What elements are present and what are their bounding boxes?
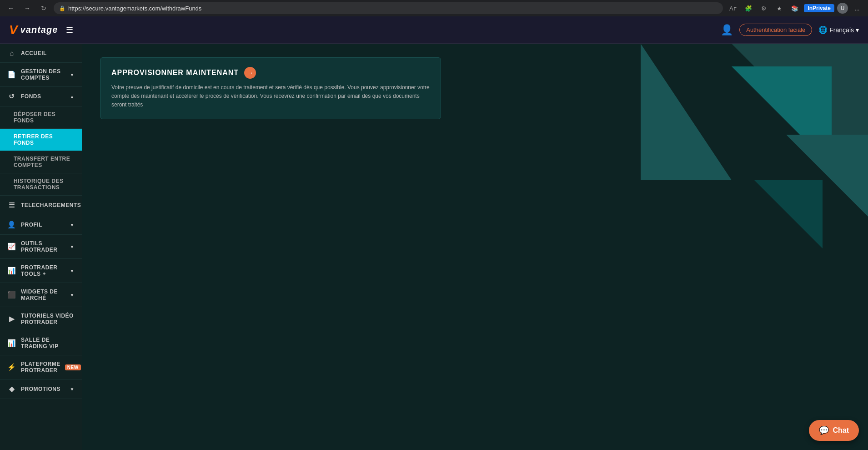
banner-title: APPROVISIONNER MAINTENANT <box>111 69 239 77</box>
chevron-protrader-icon: ▼ <box>70 268 75 273</box>
banner-header: APPROVISIONNER MAINTENANT → <box>111 67 430 79</box>
logo-text: vantage <box>20 25 58 35</box>
tutorials-icon: ▶ <box>7 315 16 323</box>
profile-icon: 👤 <box>7 221 16 229</box>
chat-icon: 💬 <box>819 425 829 435</box>
app-body: ⌂ ACCUEIL 📄 GESTION DES COMPTES ▼ ↺ FOND… <box>0 44 868 450</box>
protrader-plus-icon: 📊 <box>7 267 16 275</box>
sidebar-item-salle-vip[interactable]: 📊 SALLE DE TRADING VIP <box>0 331 82 355</box>
chevron-outils-icon: ▼ <box>70 244 75 249</box>
sidebar-item-profil[interactable]: 👤 PROFIL ▼ <box>0 215 82 235</box>
logo-area: V vantage ☰ <box>9 22 76 38</box>
sidebar-label-outils: OUTILS PROTRADER <box>21 240 65 253</box>
sidebar-label-tutoriels: TUTORIELS VIDÉO PROTRADER <box>21 313 75 325</box>
facial-auth-button[interactable]: Authentification faciale <box>739 24 812 36</box>
sidebar-label-protrader-tools: PROTRADER TOOLS + <box>21 264 65 277</box>
main-content: APPROVISIONNER MAINTENANT → Votre preuve… <box>82 44 868 450</box>
browser-right-icons: Aᴦ 🧩 ⚙ ★ 📚 InPrivate U ... <box>727 2 863 15</box>
more-button[interactable]: ... <box>851 2 863 15</box>
sidebar-item-historique[interactable]: HISTORIQUE DES TRANSACTIONS <box>0 173 82 196</box>
vip-icon: 📊 <box>7 339 16 347</box>
banner: APPROVISIONNER MAINTENANT → Votre preuve… <box>100 57 441 119</box>
lock-icon: 🔒 <box>59 5 65 11</box>
sidebar-item-telechargements[interactable]: ☰ TELECHARGEMENTS <box>0 196 82 215</box>
settings-icon[interactable]: ⚙ <box>758 2 770 15</box>
platform-icon: ⚡ <box>7 363 16 371</box>
chat-button[interactable]: 💬 Chat <box>809 420 859 441</box>
promotions-icon: ◆ <box>7 385 16 393</box>
hamburger-button[interactable]: ☰ <box>63 22 76 38</box>
globe-icon: 🌐 <box>818 25 828 34</box>
chevron-down-icon: ▾ <box>856 26 859 34</box>
banner-text: Votre preuve de justificatif de domicile… <box>111 83 430 110</box>
sidebar-label-salle-vip: SALLE DE TRADING VIP <box>21 337 75 349</box>
sidebar-item-widgets[interactable]: ⬛ WIDGETS DE MARCHÉ ▼ <box>0 283 82 307</box>
browser-chrome: ← → ↻ 🔒 https://secure.vantagemarkets.co… <box>0 0 868 16</box>
content-inner: APPROVISIONNER MAINTENANT → Votre preuve… <box>82 44 868 133</box>
sidebar-label-telechargements: TELECHARGEMENTS <box>21 202 81 208</box>
sidebar-label-fonds: FONDS <box>21 93 41 100</box>
browser-avatar: U <box>837 3 848 14</box>
extensions-icon[interactable]: 🧩 <box>742 2 755 15</box>
sidebar-label-promotions: PROMOTIONS <box>21 386 60 392</box>
funds-icon: ↺ <box>7 92 16 101</box>
reload-button[interactable]: ↻ <box>37 2 50 15</box>
sidebar-item-plateforme[interactable]: ⚡ PLATEFORME PROTRADER NEW <box>0 355 82 379</box>
downloads-icon: ☰ <box>7 201 16 209</box>
translate-icon[interactable]: Aᴦ <box>727 2 739 15</box>
new-badge: NEW <box>65 364 81 370</box>
inprivate-badge: InPrivate <box>804 4 834 12</box>
sidebar-item-transfert[interactable]: TRANSFERT ENTRE COMPTES <box>0 151 82 173</box>
language-label: Français <box>829 26 854 34</box>
chevron-gestion-icon: ▼ <box>70 72 75 77</box>
sidebar-label-gestion: GESTION DES COMPTES <box>21 68 65 81</box>
chat-label: Chat <box>833 426 849 435</box>
sidebar-label-widgets: WIDGETS DE MARCHÉ <box>21 288 65 301</box>
triangle-3 <box>786 135 868 217</box>
sidebar: ⌂ ACCUEIL 📄 GESTION DES COMPTES ▼ ↺ FOND… <box>0 44 82 450</box>
sidebar-item-retirer[interactable]: RETIRER DES FONDS <box>0 129 82 151</box>
logo[interactable]: V vantage <box>9 23 58 37</box>
sidebar-item-gestion[interactable]: 📄 GESTION DES COMPTES ▼ <box>0 63 82 87</box>
sidebar-item-accueil[interactable]: ⌂ ACCUEIL <box>0 44 82 63</box>
sidebar-item-promotions[interactable]: ◆ PROMOTIONS ▼ <box>0 379 82 399</box>
sidebar-item-protrader-tools[interactable]: 📊 PROTRADER TOOLS + ▼ <box>0 259 82 283</box>
favorites-icon[interactable]: ★ <box>773 2 786 15</box>
forward-button[interactable]: → <box>21 2 34 15</box>
language-selector[interactable]: 🌐 Français ▾ <box>818 25 859 34</box>
triangle-4 <box>754 180 823 248</box>
sidebar-label-deposer: DÉPOSER DES FONDS <box>14 111 55 124</box>
collections-icon[interactable]: 📚 <box>788 2 801 15</box>
sidebar-label-accueil: ACCUEIL <box>21 50 47 56</box>
banner-arrow-button[interactable]: → <box>244 67 256 79</box>
address-bar[interactable]: 🔒 https://secure.vantagemarkets.com/with… <box>54 2 723 14</box>
sidebar-item-tutoriels[interactable]: ▶ TUTORIELS VIDÉO PROTRADER <box>0 307 82 331</box>
url-text: https://secure.vantagemarkets.com/withdr… <box>68 5 201 12</box>
sidebar-label-plateforme: PLATEFORME PROTRADER <box>21 361 60 374</box>
sidebar-label-retirer: RETIRER DES FONDS <box>14 133 53 146</box>
chevron-profil-icon: ▼ <box>70 222 75 228</box>
user-icon: 👤 <box>721 24 733 36</box>
header-right: 👤 Authentification faciale 🌐 Français ▾ <box>721 24 859 36</box>
sidebar-item-fonds[interactable]: ↺ FONDS ▲ <box>0 87 82 106</box>
back-button[interactable]: ← <box>5 2 17 15</box>
sidebar-item-deposer[interactable]: DÉPOSER DES FONDS <box>0 106 82 129</box>
sidebar-item-outils[interactable]: 📈 OUTILS PROTRADER ▼ <box>0 235 82 259</box>
logo-v-icon: V <box>9 23 18 37</box>
home-icon: ⌂ <box>7 49 16 57</box>
sidebar-label-historique: HISTORIQUE DES TRANSACTIONS <box>14 178 63 191</box>
chevron-widgets-icon: ▼ <box>70 293 75 298</box>
sidebar-label-transfert: TRANSFERT ENTRE COMPTES <box>14 156 70 168</box>
sidebar-label-profil: PROFIL <box>21 222 42 228</box>
widgets-icon: ⬛ <box>7 291 16 299</box>
app-header: V vantage ☰ 👤 Authentification faciale 🌐… <box>0 16 868 44</box>
accounts-icon: 📄 <box>7 71 16 79</box>
protrader-tools-icon: 📈 <box>7 243 16 251</box>
chevron-fonds-icon: ▲ <box>70 94 75 99</box>
chevron-promotions-icon: ▼ <box>70 387 75 392</box>
